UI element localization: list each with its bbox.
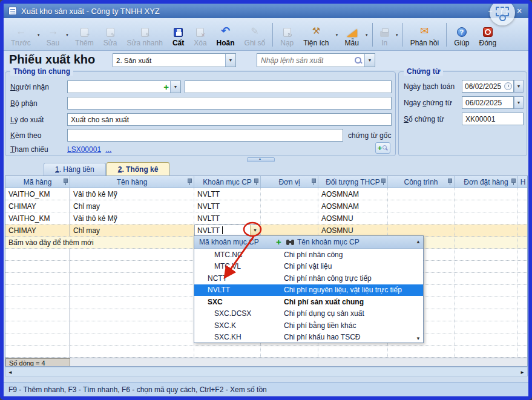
toolbar-button-template[interactable]: Mẫu	[340, 19, 364, 50]
cell[interactable]	[261, 188, 318, 200]
department-field[interactable]	[67, 97, 392, 110]
cell[interactable]	[518, 261, 528, 272]
reason-field[interactable]: Xuất cho sản xuất	[67, 113, 392, 126]
add-reference-button[interactable]: +	[375, 142, 390, 154]
cell[interactable]	[388, 225, 455, 236]
scroll-right-icon[interactable]	[520, 367, 525, 376]
pin-icon[interactable]	[254, 179, 259, 186]
cell[interactable]	[518, 273, 528, 284]
pin-icon[interactable]	[447, 179, 453, 186]
toolbar-button-save[interactable]: Cất	[168, 19, 189, 50]
doc-no-field[interactable]: XK00001	[462, 113, 524, 125]
pin-icon[interactable]	[63, 179, 68, 186]
scroll-up-icon[interactable]	[416, 237, 421, 245]
cell[interactable]	[5, 249, 70, 260]
dropdown-item-SXC[interactable]: SXCChi phí sản xuất chung	[194, 296, 423, 308]
dropdown-item-MTC.NC[interactable]: MTC.NCChi phí nhân công	[194, 249, 423, 261]
column-header-2[interactable]: Tên hàng	[70, 176, 194, 188]
cell[interactable]	[455, 212, 518, 224]
cell[interactable]	[70, 346, 194, 357]
cell[interactable]	[261, 212, 318, 224]
close-window-button[interactable]	[515, 7, 524, 15]
cell[interactable]	[518, 188, 528, 200]
cell[interactable]: VAITHO_KM	[5, 212, 70, 224]
posting-date-field[interactable]: 06/02/2025	[462, 80, 514, 93]
dropdown-item-SXC.KH[interactable]: SXC.KHChi phí khấu hao TSCĐ	[194, 332, 423, 344]
toolbar-button-undo[interactable]: Hoãn	[212, 19, 240, 50]
column-header-5[interactable]: Đối tượng THCP	[318, 176, 388, 188]
cell[interactable]	[455, 346, 518, 357]
toolbar-button-utilities[interactable]: Tiện ích	[298, 19, 333, 50]
cell[interactable]: CHIMAY	[5, 200, 70, 212]
cell[interactable]	[70, 285, 194, 297]
dropdown-scrollbar[interactable]	[414, 237, 422, 342]
pin-icon[interactable]	[381, 179, 386, 186]
cell[interactable]: Vải thô kẻ Mỹ	[70, 188, 194, 200]
cell[interactable]	[261, 346, 318, 357]
cell[interactable]: VAITHO_KM	[5, 188, 70, 200]
add-new-label-cell[interactable]: Bấm vào đây để thêm mới	[5, 237, 194, 248]
cell[interactable]	[5, 309, 70, 321]
doc-type-select[interactable]: 2. Sản xuất	[113, 53, 236, 67]
dropdown-item-SXC.K[interactable]: SXC.KChi phí bằng tiền khác	[194, 320, 423, 332]
cell[interactable]	[518, 297, 528, 309]
dropdown-item-NCTT[interactable]: NCTTChi phí nhân công trực tiếp	[194, 272, 423, 284]
cell[interactable]	[518, 285, 528, 297]
receiver-dropdown-button[interactable]	[170, 81, 180, 93]
cell[interactable]	[70, 297, 194, 309]
restore-button[interactable]	[501, 7, 509, 15]
cell[interactable]	[5, 346, 70, 357]
cell[interactable]: CHIMAY	[5, 225, 70, 236]
posting-date-dropdown-button[interactable]	[514, 80, 524, 93]
cell[interactable]	[261, 200, 318, 212]
cell[interactable]	[455, 297, 518, 309]
receiver-combo[interactable]: +	[67, 80, 181, 93]
dropdown-caret-icon[interactable]	[365, 33, 369, 37]
column-header-4[interactable]: Đơn vị	[261, 176, 318, 188]
dropdown-item-NVLTT[interactable]: NVLTTChi phí nguyên liệu, vật liệu trực …	[194, 284, 423, 297]
horizontal-scrollbar[interactable]	[5, 367, 528, 376]
cell[interactable]	[455, 237, 518, 248]
cell[interactable]: AOSMNU	[318, 212, 388, 224]
splitter-handle[interactable]	[247, 157, 275, 162]
expense-category-dropdown-button[interactable]	[250, 225, 260, 236]
cell[interactable]: Vải thô kẻ Mỹ	[70, 212, 194, 224]
cell[interactable]	[388, 200, 455, 212]
cell[interactable]	[455, 188, 518, 200]
dropdown-caret-icon[interactable]	[335, 33, 339, 37]
cell[interactable]	[518, 212, 528, 224]
cell[interactable]	[455, 200, 518, 212]
reference-more-link[interactable]: ...	[105, 145, 111, 154]
search-dropdown-button[interactable]	[364, 54, 375, 67]
cell[interactable]: NVLTT	[194, 212, 261, 224]
cell[interactable]	[455, 333, 518, 345]
cell[interactable]	[455, 249, 518, 260]
cell[interactable]: NVLTT	[194, 200, 261, 212]
doc-type-dropdown-button[interactable]	[225, 54, 235, 67]
dropdown-caret-icon[interactable]	[65, 33, 69, 37]
cell[interactable]	[70, 249, 194, 260]
minimize-button[interactable]	[486, 7, 494, 15]
cell[interactable]	[455, 309, 518, 321]
column-header-1[interactable]: Mã hàng	[5, 176, 70, 188]
cell[interactable]	[518, 321, 528, 333]
dropdown-caret-icon[interactable]	[395, 33, 399, 37]
scroll-left-icon[interactable]	[8, 367, 13, 376]
cell[interactable]	[518, 237, 528, 248]
cell[interactable]	[70, 309, 194, 321]
scroll-down-icon[interactable]	[416, 333, 421, 342]
search-icon[interactable]	[354, 56, 363, 65]
reference-link[interactable]: LSX00001	[67, 145, 101, 154]
cell[interactable]	[455, 285, 518, 297]
add-receiver-icon[interactable]: +	[162, 82, 170, 91]
cell[interactable]	[5, 261, 70, 272]
add-category-icon[interactable]: +	[276, 237, 281, 246]
cell[interactable]	[455, 261, 518, 272]
cell[interactable]	[261, 225, 318, 236]
cell[interactable]	[70, 261, 194, 272]
dropdown-item-SXC.DCSX[interactable]: SXC.DCSXChi phí dụng cụ sản xuất	[194, 308, 423, 320]
cell[interactable]	[455, 321, 518, 333]
column-header-3[interactable]: Khoản mục CP	[194, 176, 261, 188]
tab-hang-tien[interactable]: 1. Hàng tiền	[44, 163, 106, 175]
production-order-search[interactable]	[257, 53, 375, 67]
